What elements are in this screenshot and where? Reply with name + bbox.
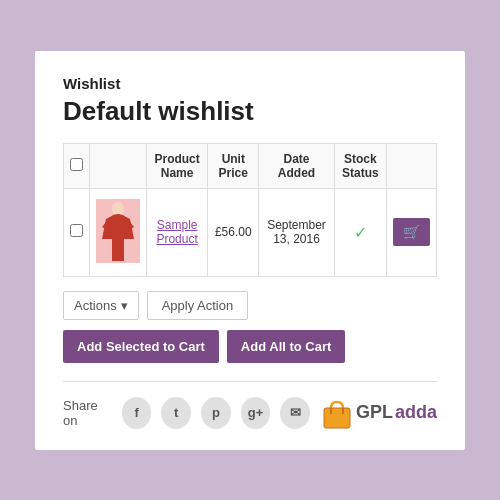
table-header-row: Product Name Unit Price Date Added Stock…	[64, 143, 437, 188]
product-link[interactable]: Sample Product	[156, 218, 197, 246]
row-checkbox[interactable]	[70, 224, 83, 237]
row-image-cell	[90, 188, 147, 276]
google-plus-icon[interactable]: g+	[241, 397, 271, 429]
bulk-actions-row: Add Selected to Cart Add All to Cart	[63, 330, 437, 363]
row-product-name: Sample Product	[147, 188, 208, 276]
stock-check-icon: ✓	[354, 224, 367, 241]
wishlist-name: Default wishlist	[63, 96, 437, 127]
add-selected-to-cart-button[interactable]: Add Selected to Cart	[63, 330, 219, 363]
header-checkbox-col	[64, 143, 90, 188]
header-unit-price: Unit Price	[208, 143, 259, 188]
svg-point-1	[112, 202, 124, 216]
header-image-col	[90, 143, 147, 188]
row-checkbox-cell	[64, 188, 90, 276]
twitter-icon[interactable]: t	[161, 397, 191, 429]
header-product-name: Product Name	[147, 143, 208, 188]
row-cart-cell: 🛒	[386, 188, 436, 276]
table-row: Sample Product £56.00 September 13, 2016…	[64, 188, 437, 276]
add-to-cart-button[interactable]: 🛒	[393, 218, 430, 246]
svg-rect-2	[324, 408, 350, 428]
section-divider	[63, 381, 437, 382]
row-unit-price: £56.00	[208, 188, 259, 276]
actions-dropdown-label: Actions	[74, 298, 117, 313]
row-stock-status: ✓	[334, 188, 386, 276]
page-title: Wishlist	[63, 75, 437, 92]
apply-action-button[interactable]: Apply Action	[147, 291, 249, 320]
gpl-adda-logo: GPL adda	[320, 396, 437, 430]
share-row: Share on f t p g+ ✉ GPL adda	[63, 396, 437, 430]
logo-gpl-text: GPL	[356, 402, 393, 423]
actions-dropdown[interactable]: Actions ▾	[63, 291, 139, 320]
add-all-to-cart-button[interactable]: Add All to Cart	[227, 330, 346, 363]
header-stock-status: Stock Status	[334, 143, 386, 188]
header-date-added: Date Added	[259, 143, 334, 188]
actions-row: Actions ▾ Apply Action	[63, 291, 437, 320]
email-icon[interactable]: ✉	[280, 397, 310, 429]
wishlist-card: Wishlist Default wishlist Product Name U…	[35, 51, 465, 450]
logo-bag-icon	[320, 396, 354, 430]
logo-adda-text: adda	[395, 402, 437, 423]
product-image-svg	[96, 199, 140, 263]
header-actions-col	[386, 143, 436, 188]
facebook-icon[interactable]: f	[122, 397, 152, 429]
row-date-added: September 13, 2016	[259, 188, 334, 276]
select-all-checkbox[interactable]	[70, 158, 83, 171]
share-label: Share on	[63, 398, 112, 428]
pinterest-icon[interactable]: p	[201, 397, 231, 429]
wishlist-table: Product Name Unit Price Date Added Stock…	[63, 143, 437, 277]
product-image	[96, 199, 140, 263]
chevron-down-icon: ▾	[121, 298, 128, 313]
